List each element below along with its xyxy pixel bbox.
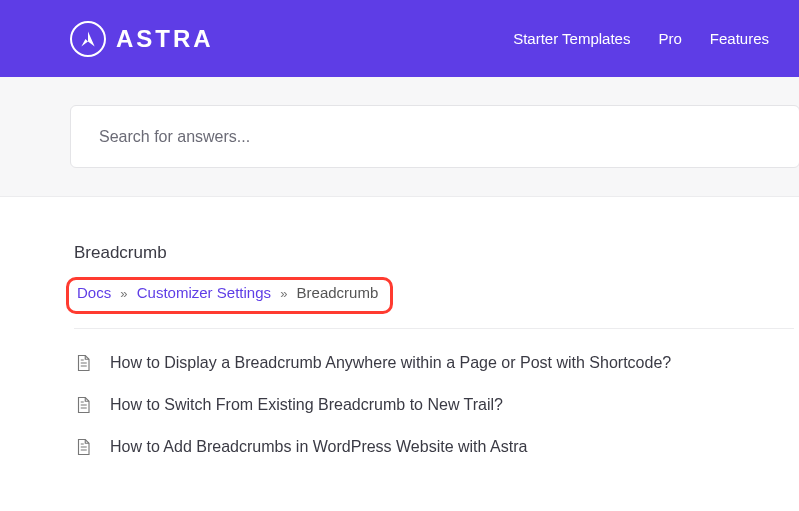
- breadcrumb-link-docs[interactable]: Docs: [77, 284, 111, 301]
- doc-link[interactable]: How to Display a Breadcrumb Anywhere wit…: [110, 354, 671, 372]
- breadcrumb-link-customizer-settings[interactable]: Customizer Settings: [137, 284, 271, 301]
- breadcrumb-separator: »: [280, 286, 287, 301]
- section-divider: [74, 328, 794, 329]
- main-content: Breadcrumb Docs » Customizer Settings » …: [0, 197, 799, 457]
- list-item: How to Switch From Existing Breadcrumb t…: [74, 395, 799, 415]
- doc-link[interactable]: How to Switch From Existing Breadcrumb t…: [110, 396, 503, 414]
- search-box: [70, 105, 799, 168]
- site-header: ASTRA Starter Templates Pro Features: [0, 0, 799, 77]
- document-icon: [74, 395, 92, 415]
- list-item: How to Add Breadcrumbs in WordPress Webs…: [74, 437, 799, 457]
- astra-logo-icon: [70, 21, 106, 57]
- primary-nav: Starter Templates Pro Features: [513, 30, 769, 47]
- doc-link[interactable]: How to Add Breadcrumbs in WordPress Webs…: [110, 438, 527, 456]
- brand-logo[interactable]: ASTRA: [70, 21, 214, 57]
- doc-list: How to Display a Breadcrumb Anywhere wit…: [74, 353, 799, 457]
- breadcrumb-highlight: Docs » Customizer Settings » Breadcrumb: [66, 277, 393, 314]
- breadcrumb-separator: »: [120, 286, 127, 301]
- brand-name: ASTRA: [116, 25, 214, 53]
- search-section: [0, 77, 799, 197]
- nav-pro[interactable]: Pro: [658, 30, 681, 47]
- list-item: How to Display a Breadcrumb Anywhere wit…: [74, 353, 799, 373]
- breadcrumb: Docs » Customizer Settings » Breadcrumb: [77, 284, 378, 301]
- page-title: Breadcrumb: [74, 243, 799, 263]
- nav-features[interactable]: Features: [710, 30, 769, 47]
- breadcrumb-current: Breadcrumb: [297, 284, 379, 301]
- document-icon: [74, 437, 92, 457]
- search-input[interactable]: [99, 128, 771, 146]
- document-icon: [74, 353, 92, 373]
- nav-starter-templates[interactable]: Starter Templates: [513, 30, 630, 47]
